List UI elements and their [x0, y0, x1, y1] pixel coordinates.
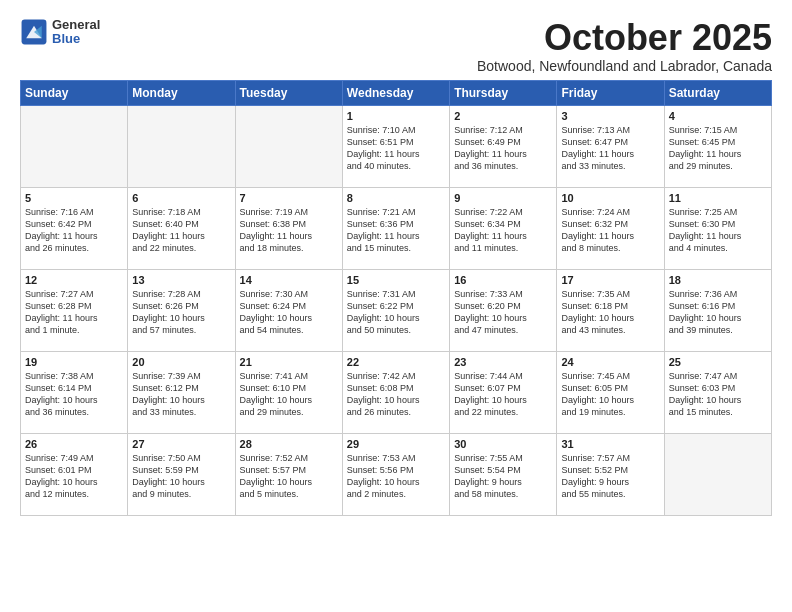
cell-info: Sunrise: 7:41 AM Sunset: 6:10 PM Dayligh… [240, 370, 338, 419]
weekday-header-monday: Monday [128, 80, 235, 105]
day-number: 18 [669, 274, 767, 286]
title-area: October 2025 Botwood, Newfoundland and L… [477, 18, 772, 74]
day-number: 5 [25, 192, 123, 204]
day-number: 20 [132, 356, 230, 368]
cell-info: Sunrise: 7:24 AM Sunset: 6:32 PM Dayligh… [561, 206, 659, 255]
calendar-cell: 18Sunrise: 7:36 AM Sunset: 6:16 PM Dayli… [664, 269, 771, 351]
day-number: 30 [454, 438, 552, 450]
calendar-cell: 10Sunrise: 7:24 AM Sunset: 6:32 PM Dayli… [557, 187, 664, 269]
weekday-header-row: SundayMondayTuesdayWednesdayThursdayFrid… [21, 80, 772, 105]
calendar-cell: 23Sunrise: 7:44 AM Sunset: 6:07 PM Dayli… [450, 351, 557, 433]
day-number: 25 [669, 356, 767, 368]
week-row-3: 12Sunrise: 7:27 AM Sunset: 6:28 PM Dayli… [21, 269, 772, 351]
cell-info: Sunrise: 7:22 AM Sunset: 6:34 PM Dayligh… [454, 206, 552, 255]
cell-info: Sunrise: 7:33 AM Sunset: 6:20 PM Dayligh… [454, 288, 552, 337]
cell-info: Sunrise: 7:57 AM Sunset: 5:52 PM Dayligh… [561, 452, 659, 501]
cell-info: Sunrise: 7:18 AM Sunset: 6:40 PM Dayligh… [132, 206, 230, 255]
calendar-cell: 21Sunrise: 7:41 AM Sunset: 6:10 PM Dayli… [235, 351, 342, 433]
cell-info: Sunrise: 7:30 AM Sunset: 6:24 PM Dayligh… [240, 288, 338, 337]
cell-info: Sunrise: 7:42 AM Sunset: 6:08 PM Dayligh… [347, 370, 445, 419]
cell-info: Sunrise: 7:52 AM Sunset: 5:57 PM Dayligh… [240, 452, 338, 501]
weekday-header-wednesday: Wednesday [342, 80, 449, 105]
cell-info: Sunrise: 7:19 AM Sunset: 6:38 PM Dayligh… [240, 206, 338, 255]
calendar-cell [128, 105, 235, 187]
calendar-cell: 8Sunrise: 7:21 AM Sunset: 6:36 PM Daylig… [342, 187, 449, 269]
week-row-2: 5Sunrise: 7:16 AM Sunset: 6:42 PM Daylig… [21, 187, 772, 269]
calendar-cell: 6Sunrise: 7:18 AM Sunset: 6:40 PM Daylig… [128, 187, 235, 269]
day-number: 2 [454, 110, 552, 122]
cell-info: Sunrise: 7:27 AM Sunset: 6:28 PM Dayligh… [25, 288, 123, 337]
day-number: 13 [132, 274, 230, 286]
logo: General Blue [20, 18, 100, 47]
cell-info: Sunrise: 7:50 AM Sunset: 5:59 PM Dayligh… [132, 452, 230, 501]
header: General Blue October 2025 Botwood, Newfo… [20, 18, 772, 74]
cell-info: Sunrise: 7:44 AM Sunset: 6:07 PM Dayligh… [454, 370, 552, 419]
logo-general-text: General [52, 18, 100, 32]
day-number: 27 [132, 438, 230, 450]
day-number: 24 [561, 356, 659, 368]
cell-info: Sunrise: 7:55 AM Sunset: 5:54 PM Dayligh… [454, 452, 552, 501]
day-number: 17 [561, 274, 659, 286]
day-number: 12 [25, 274, 123, 286]
location-title: Botwood, Newfoundland and Labrador, Cana… [477, 58, 772, 74]
day-number: 3 [561, 110, 659, 122]
calendar-cell: 7Sunrise: 7:19 AM Sunset: 6:38 PM Daylig… [235, 187, 342, 269]
day-number: 26 [25, 438, 123, 450]
calendar: SundayMondayTuesdayWednesdayThursdayFrid… [20, 80, 772, 516]
day-number: 10 [561, 192, 659, 204]
calendar-cell: 29Sunrise: 7:53 AM Sunset: 5:56 PM Dayli… [342, 433, 449, 515]
calendar-cell: 9Sunrise: 7:22 AM Sunset: 6:34 PM Daylig… [450, 187, 557, 269]
calendar-cell: 25Sunrise: 7:47 AM Sunset: 6:03 PM Dayli… [664, 351, 771, 433]
calendar-cell: 22Sunrise: 7:42 AM Sunset: 6:08 PM Dayli… [342, 351, 449, 433]
cell-info: Sunrise: 7:49 AM Sunset: 6:01 PM Dayligh… [25, 452, 123, 501]
cell-info: Sunrise: 7:38 AM Sunset: 6:14 PM Dayligh… [25, 370, 123, 419]
cell-info: Sunrise: 7:45 AM Sunset: 6:05 PM Dayligh… [561, 370, 659, 419]
day-number: 11 [669, 192, 767, 204]
cell-info: Sunrise: 7:10 AM Sunset: 6:51 PM Dayligh… [347, 124, 445, 173]
week-row-5: 26Sunrise: 7:49 AM Sunset: 6:01 PM Dayli… [21, 433, 772, 515]
cell-info: Sunrise: 7:47 AM Sunset: 6:03 PM Dayligh… [669, 370, 767, 419]
day-number: 16 [454, 274, 552, 286]
weekday-header-saturday: Saturday [664, 80, 771, 105]
cell-info: Sunrise: 7:35 AM Sunset: 6:18 PM Dayligh… [561, 288, 659, 337]
cell-info: Sunrise: 7:13 AM Sunset: 6:47 PM Dayligh… [561, 124, 659, 173]
calendar-cell: 14Sunrise: 7:30 AM Sunset: 6:24 PM Dayli… [235, 269, 342, 351]
day-number: 28 [240, 438, 338, 450]
weekday-header-sunday: Sunday [21, 80, 128, 105]
logo-blue-text: Blue [52, 32, 100, 46]
day-number: 14 [240, 274, 338, 286]
calendar-cell: 12Sunrise: 7:27 AM Sunset: 6:28 PM Dayli… [21, 269, 128, 351]
logo-icon [20, 18, 48, 46]
calendar-cell [664, 433, 771, 515]
calendar-cell: 30Sunrise: 7:55 AM Sunset: 5:54 PM Dayli… [450, 433, 557, 515]
cell-info: Sunrise: 7:21 AM Sunset: 6:36 PM Dayligh… [347, 206, 445, 255]
weekday-header-friday: Friday [557, 80, 664, 105]
calendar-cell: 15Sunrise: 7:31 AM Sunset: 6:22 PM Dayli… [342, 269, 449, 351]
calendar-cell: 24Sunrise: 7:45 AM Sunset: 6:05 PM Dayli… [557, 351, 664, 433]
calendar-cell [21, 105, 128, 187]
day-number: 21 [240, 356, 338, 368]
week-row-4: 19Sunrise: 7:38 AM Sunset: 6:14 PM Dayli… [21, 351, 772, 433]
calendar-cell: 13Sunrise: 7:28 AM Sunset: 6:26 PM Dayli… [128, 269, 235, 351]
cell-info: Sunrise: 7:15 AM Sunset: 6:45 PM Dayligh… [669, 124, 767, 173]
calendar-cell: 28Sunrise: 7:52 AM Sunset: 5:57 PM Dayli… [235, 433, 342, 515]
calendar-cell: 31Sunrise: 7:57 AM Sunset: 5:52 PM Dayli… [557, 433, 664, 515]
calendar-cell: 5Sunrise: 7:16 AM Sunset: 6:42 PM Daylig… [21, 187, 128, 269]
calendar-cell: 27Sunrise: 7:50 AM Sunset: 5:59 PM Dayli… [128, 433, 235, 515]
cell-info: Sunrise: 7:12 AM Sunset: 6:49 PM Dayligh… [454, 124, 552, 173]
month-title: October 2025 [477, 18, 772, 58]
day-number: 22 [347, 356, 445, 368]
day-number: 8 [347, 192, 445, 204]
calendar-cell: 26Sunrise: 7:49 AM Sunset: 6:01 PM Dayli… [21, 433, 128, 515]
weekday-header-tuesday: Tuesday [235, 80, 342, 105]
day-number: 7 [240, 192, 338, 204]
cell-info: Sunrise: 7:25 AM Sunset: 6:30 PM Dayligh… [669, 206, 767, 255]
calendar-cell: 17Sunrise: 7:35 AM Sunset: 6:18 PM Dayli… [557, 269, 664, 351]
calendar-cell: 4Sunrise: 7:15 AM Sunset: 6:45 PM Daylig… [664, 105, 771, 187]
cell-info: Sunrise: 7:31 AM Sunset: 6:22 PM Dayligh… [347, 288, 445, 337]
day-number: 6 [132, 192, 230, 204]
calendar-cell: 2Sunrise: 7:12 AM Sunset: 6:49 PM Daylig… [450, 105, 557, 187]
cell-info: Sunrise: 7:36 AM Sunset: 6:16 PM Dayligh… [669, 288, 767, 337]
day-number: 15 [347, 274, 445, 286]
calendar-cell: 20Sunrise: 7:39 AM Sunset: 6:12 PM Dayli… [128, 351, 235, 433]
